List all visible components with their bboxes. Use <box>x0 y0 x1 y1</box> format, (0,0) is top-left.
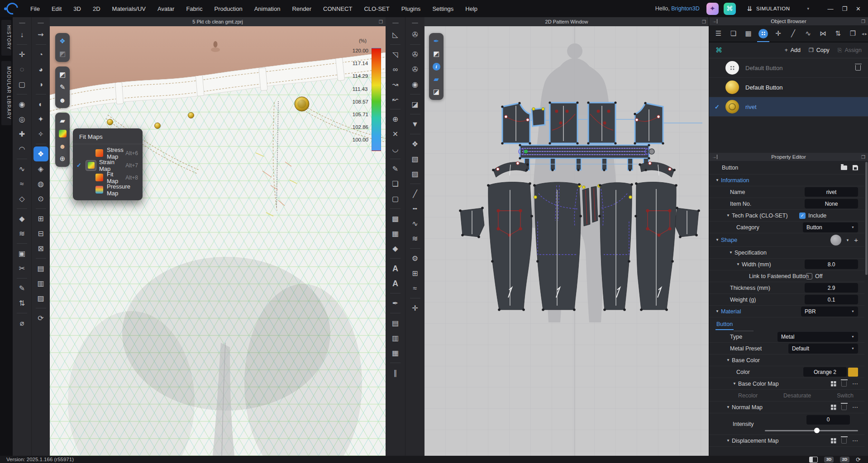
render-style-cube-icon[interactable]: ❖ <box>57 35 68 47</box>
shirt-texture1-icon[interactable]: ▧ <box>408 151 423 166</box>
texture-editor-icon[interactable]: ▤ <box>33 261 48 276</box>
fabric-layer-icon[interactable]: ❖ <box>408 137 423 151</box>
popout-icon[interactable]: ❐ <box>861 19 865 24</box>
notch-icon[interactable]: ✕ <box>388 127 403 142</box>
simulation-mode-selector[interactable]: ⇊ SIMULATION ▾ <box>747 5 813 12</box>
menu-connect[interactable]: CONNECT <box>317 5 358 12</box>
menu-clo-set[interactable]: CLO-SET <box>358 5 395 12</box>
tab-zipper[interactable]: ⇅ <box>830 26 845 41</box>
button-list-item[interactable]: Default Button <box>709 78 868 97</box>
tab-scroll-right-icon[interactable]: ▸ <box>865 31 867 36</box>
include-checkbox[interactable]: ✓ <box>799 213 806 219</box>
collapse-caret-icon[interactable]: ▼ <box>726 358 732 362</box>
fold-2d-icon[interactable]: ⊞ <box>33 211 48 226</box>
select-lasso-icon[interactable]: ◌ <box>14 62 29 77</box>
collapse-caret-icon[interactable]: ▼ <box>729 250 734 255</box>
basting-icon[interactable]: ╍ <box>408 201 423 216</box>
mode-caret-icon[interactable]: ▾ <box>807 6 812 11</box>
curvature-icon[interactable]: ◡ <box>388 142 403 156</box>
metal-preset-dropdown[interactable]: Default ▼ <box>788 344 858 354</box>
close-button[interactable]: ✕ <box>856 5 861 12</box>
tab-texture[interactable]: ▦ <box>741 26 756 41</box>
solidify-icon[interactable]: ▣ <box>14 246 29 261</box>
collapse-caret-icon[interactable]: ▼ <box>736 262 742 266</box>
move-garment-icon[interactable]: ✚ <box>14 127 29 142</box>
menu-item-stress-map[interactable]: Stress Map Alt+6 <box>73 147 143 159</box>
menu-settings[interactable]: Settings <box>426 5 459 12</box>
pin-garment-icon[interactable]: ◉ <box>14 97 29 112</box>
tab-tack[interactable]: ✛ <box>771 26 786 41</box>
toolbar-drag-handle[interactable] <box>38 23 44 24</box>
gear-curve-icon[interactable]: ⚙ <box>408 251 423 266</box>
fold-arrangement-icon[interactable]: ◠ <box>14 142 29 156</box>
rectangle-pattern-icon[interactable]: ▢ <box>388 191 403 206</box>
map-browse-icon[interactable] <box>831 438 836 443</box>
button-list-item[interactable]: Default Button <box>709 58 868 78</box>
sewing-curve-icon[interactable]: ◕ <box>33 62 48 77</box>
collapse-panel-icon[interactable]: → <box>712 19 717 24</box>
internal-grid3-icon[interactable]: ▦ <box>388 345 403 360</box>
pattern-info-icon[interactable]: i <box>430 61 442 72</box>
add-shape-icon[interactable]: + <box>854 236 858 244</box>
texture-a-icon[interactable]: A <box>388 261 403 276</box>
menu-edit[interactable]: Edit <box>46 5 67 12</box>
open-preset-icon[interactable] <box>841 165 847 170</box>
trace-icon[interactable]: ✎ <box>388 161 403 176</box>
collapse-caret-icon[interactable]: ▼ <box>726 439 732 443</box>
section-information[interactable]: ▼ Information <box>709 175 864 186</box>
tab-bow[interactable]: ⋈ <box>816 26 830 41</box>
collapse-caret-icon[interactable]: ▼ <box>726 213 732 217</box>
section-material[interactable]: ▼ Material PBR ▼ <box>709 306 864 317</box>
show-avatar-icon[interactable]: ☻ <box>57 94 68 106</box>
sew-machine-edit-icon[interactable]: ✇ <box>408 47 423 62</box>
menu-item-strain-map[interactable]: ✓ Strain Map Alt+7 <box>73 159 143 171</box>
view-2d-toggle[interactable]: 2D <box>840 457 849 463</box>
grid-table-icon[interactable]: ⊞ <box>408 266 423 281</box>
menu-fabric[interactable]: Fabric <box>180 5 208 12</box>
shape-preview-thumbnail[interactable] <box>830 235 841 246</box>
text-tool-icon[interactable]: A <box>388 276 403 291</box>
material-mode-dropdown[interactable]: PBR ▼ <box>801 307 858 317</box>
popout-icon[interactable]: ❐ <box>702 19 706 24</box>
map-more-icon[interactable]: ⋯ <box>852 437 858 444</box>
collapse-caret-icon[interactable]: ▼ <box>715 178 721 182</box>
layer-icon[interactable]: ⊟ <box>33 226 48 241</box>
name-field[interactable]: rivet <box>805 187 858 197</box>
link-edit-icon[interactable]: ∞ <box>388 62 403 77</box>
slash-line-icon[interactable]: ╱ <box>408 186 423 201</box>
sewing-free-icon[interactable]: ∿ <box>14 161 29 176</box>
viewport-2d-canvas[interactable]: ✒◩i▰◪ <box>424 26 709 456</box>
toolbar-drag-handle[interactable] <box>19 23 25 24</box>
curve-edit-icon[interactable]: ↝ <box>388 77 403 92</box>
ai-assistant-button[interactable]: ✦ <box>706 3 719 15</box>
tack-on-avatar-icon[interactable]: ◇ <box>14 191 29 206</box>
avatar-walk-icon[interactable]: ⇝ <box>33 27 48 42</box>
split-view-icon[interactable] <box>809 457 818 463</box>
tab-puckering[interactable]: ∿ <box>801 26 816 41</box>
reset-arrangement-icon[interactable]: ⟳ <box>33 311 48 326</box>
menu-2d[interactable]: 2D <box>87 5 106 12</box>
property-editor-scrollbar[interactable] <box>865 162 868 275</box>
shape-dropdown-icon[interactable]: ▾ <box>847 238 849 242</box>
color-name-field[interactable]: Orange 2 <box>803 367 847 377</box>
show-fabric-2d-icon[interactable]: ▰ <box>430 73 442 85</box>
tab-scene-list[interactable]: ☰ <box>711 26 726 41</box>
viewport-3d-canvas[interactable]: ❖◩ ◩✎☻ ▰■☻⊕ (%) 120.00117.14114.29111.43… <box>50 26 386 456</box>
collapse-caret-icon[interactable]: ▼ <box>726 405 732 409</box>
needle-pen-icon[interactable]: ✒ <box>388 296 403 311</box>
collapse-caret-icon[interactable]: ▼ <box>733 382 738 386</box>
section-specification[interactable]: ▼ Specification <box>709 247 864 259</box>
menu-materials-uv[interactable]: Materials/UV <box>106 5 152 12</box>
clo-set-button[interactable]: ⌘ <box>724 3 736 15</box>
select-move-icon[interactable]: ✛ <box>14 47 29 62</box>
slider-knob[interactable] <box>814 428 820 433</box>
elastic-icon[interactable]: ∿ <box>408 216 423 231</box>
tab-scroll-left-icon[interactable]: ◂ <box>862 31 864 36</box>
pin-mesh-icon[interactable]: ◈ <box>33 161 48 176</box>
zipper-tool-icon[interactable]: ⇅ <box>14 296 29 311</box>
scissors-3d-icon[interactable]: ✂ <box>14 261 29 276</box>
simulate-icon[interactable]: ↓ <box>14 27 29 42</box>
popout-icon[interactable]: ❐ <box>861 155 865 160</box>
clo-set-sync-icon[interactable]: ⌘ <box>715 46 722 54</box>
tab-topstitch[interactable]: ╱ <box>786 26 801 41</box>
